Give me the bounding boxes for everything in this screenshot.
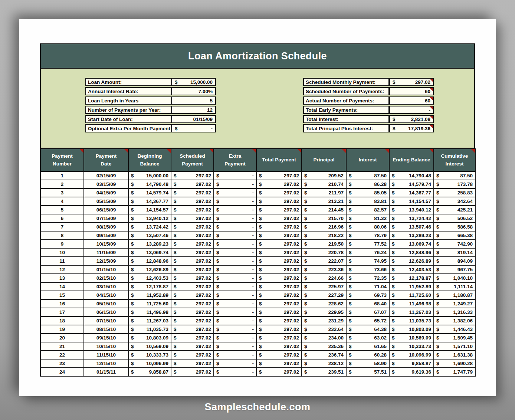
scheduled-payment-cell: $297.02 xyxy=(171,257,214,265)
table-row: 2110/15/10$10,569.09$297.02$-$297.02$235… xyxy=(40,342,475,351)
dollar-sign: $ xyxy=(174,241,177,247)
cumulative-interest-cell: $1,040.10 xyxy=(434,274,475,282)
value-text: 83.81 xyxy=(374,198,387,204)
value-text: 297.02 xyxy=(284,267,299,272)
dollar-sign: $ xyxy=(259,233,262,238)
dollar-sign: $ xyxy=(131,284,134,289)
value-text: 57.51 xyxy=(374,369,387,375)
principal-cell: $224.66 xyxy=(302,274,346,282)
interest-cell: $85.05 xyxy=(346,188,389,197)
payment-date-cell: 08/15/09 xyxy=(84,223,128,231)
scheduled-payment-cell: $297.02 xyxy=(171,291,214,299)
dollar-sign: $ xyxy=(131,369,134,375)
scheduled-payment-cell: $297.02 xyxy=(171,299,214,308)
dollar-sign: $ xyxy=(174,292,177,298)
summary-info-row: Total Interest: $2,821.08 xyxy=(303,115,434,123)
dollar-sign: $ xyxy=(259,292,262,298)
dollar-sign: $ xyxy=(436,207,439,213)
ending-balance-cell: $13,069.74 xyxy=(389,240,434,248)
value-text: 1,180.87 xyxy=(453,292,473,298)
value-text: 297.02 xyxy=(284,361,299,366)
value-text: - xyxy=(252,327,254,332)
dollar-sign: $ xyxy=(349,369,352,375)
scheduled-payment-cell: $297.02 xyxy=(171,308,214,316)
value-text: 297.02 xyxy=(284,352,299,358)
extra-payment-cell: $- xyxy=(214,282,256,291)
header-extra-payment: ExtraPayment xyxy=(214,149,256,171)
dollar-sign: $ xyxy=(259,190,262,196)
dollar-sign: $ xyxy=(216,216,219,221)
scheduled-payments-label: Scheduled Number of Payments: xyxy=(303,87,389,95)
beginning-balance-cell: $14,367.77 xyxy=(128,197,171,206)
value-text: 12,403.53 xyxy=(146,275,168,281)
value-text: 297.02 xyxy=(284,190,299,196)
value-text: 586.58 xyxy=(457,224,473,230)
cumulative-interest-cell: $173.78 xyxy=(434,180,475,188)
dollar-sign: $ xyxy=(392,181,395,187)
dollar-sign: $ xyxy=(304,309,307,315)
beginning-balance-cell: $15,000.00 xyxy=(128,171,171,180)
value-text: 13,069.74 xyxy=(409,241,431,247)
value-text: 9,619.36 xyxy=(411,369,431,375)
interest-cell: $72.35 xyxy=(346,274,389,282)
extra-payment-value: $- xyxy=(171,124,216,132)
dollar-sign: $ xyxy=(216,198,219,204)
payment-number-cell: 10 xyxy=(40,248,84,257)
value-text: 236.74 xyxy=(328,352,344,358)
value-text: - xyxy=(252,275,254,281)
value-text: 297.02 xyxy=(284,292,299,298)
dollar-sign: $ xyxy=(436,327,439,332)
dollar-sign: $ xyxy=(349,241,352,247)
ending-balance-cell: $10,569.09 xyxy=(389,334,434,342)
value-text: - xyxy=(252,309,254,315)
value-text: 297.02 xyxy=(284,284,299,289)
table-row: 203/15/09$14,790.48$297.02$-$297.02$210.… xyxy=(40,180,475,188)
payment-date-cell: 02/15/09 xyxy=(84,171,128,180)
extra-payment-cell: $- xyxy=(214,223,256,231)
actual-payments-value: 60 xyxy=(389,96,434,105)
dollar-sign: $ xyxy=(304,284,307,289)
value-text: 297.02 xyxy=(284,318,299,324)
monthly-payment-value: $297.02 xyxy=(389,78,434,86)
dollar-sign: $ xyxy=(259,267,262,272)
dollar-sign: $ xyxy=(349,361,352,366)
ending-balance-cell: $12,848.96 xyxy=(389,248,434,257)
ending-balance-cell: $10,333.73 xyxy=(389,342,434,351)
dollar-sign: $ xyxy=(131,301,134,306)
dollar-sign: $ xyxy=(131,309,134,315)
table-row: 405/15/09$14,367.77$297.02$-$297.02$213.… xyxy=(40,197,475,206)
dollar-sign: $ xyxy=(259,344,262,349)
interest-cell: $82.57 xyxy=(346,206,389,214)
beginning-balance-cell: $11,496.98 xyxy=(128,308,171,316)
cumulative-interest-cell: $1,382.06 xyxy=(434,316,475,325)
cumulative-interest-cell: $342.64 xyxy=(434,197,475,206)
value-text: - xyxy=(252,344,254,349)
dollar-sign: $ xyxy=(349,224,352,230)
beginning-balance-cell: $12,848.96 xyxy=(128,257,171,265)
value-text: 297.02 xyxy=(196,284,211,289)
table-row: 2312/15/10$10,096.99$297.02$-$297.02$238… xyxy=(40,359,475,368)
dollar-sign: $ xyxy=(259,369,262,375)
value-text: 297.02 xyxy=(196,352,211,358)
beginning-balance-cell: $14,579.74 xyxy=(128,188,171,197)
value-text: 14,790.48 xyxy=(409,173,431,178)
dollar-sign: $ xyxy=(174,173,177,178)
total-payment-cell: $297.02 xyxy=(256,265,302,274)
dollar-sign: $ xyxy=(175,79,178,85)
beginning-balance-cell: $13,507.46 xyxy=(128,231,171,240)
value-text: 13,289.23 xyxy=(409,233,431,238)
loan-amount-value: $15,000.00 xyxy=(171,78,216,86)
dollar-sign: $ xyxy=(349,309,352,315)
principal-cell: $239.51 xyxy=(302,368,346,376)
value-text: 13,507.46 xyxy=(146,233,168,238)
scheduled-payment-cell: $297.02 xyxy=(171,231,214,240)
payment-number-cell: 24 xyxy=(40,368,84,376)
value-text: 13,724.42 xyxy=(146,224,168,230)
loan-length-value: 5 xyxy=(171,96,216,105)
dollar-sign: $ xyxy=(304,233,307,238)
header-cumulative-interest: CumulativeInterest xyxy=(434,149,475,171)
extra-payment-cell: $- xyxy=(214,291,256,299)
dollar-sign: $ xyxy=(259,258,262,264)
beginning-balance-cell: $11,952.89 xyxy=(128,291,171,299)
value-text: 218.22 xyxy=(328,233,344,238)
